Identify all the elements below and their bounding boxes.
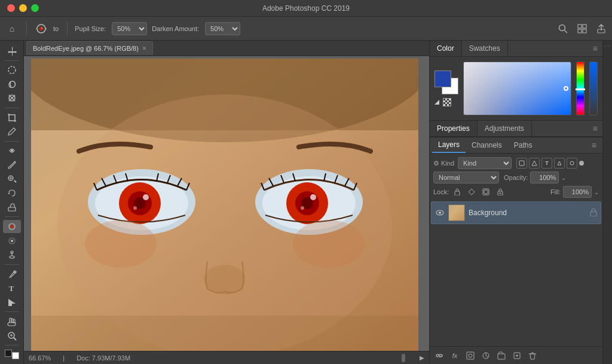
svg-rect-10 (583, 29, 586, 33)
opacity-slider[interactable] (589, 62, 598, 115)
path-select-tool[interactable] (3, 296, 21, 309)
darken-amount-label: Darken Amount: (152, 25, 199, 32)
color-picker[interactable] (463, 62, 571, 115)
adjustment-filter-icon[interactable] (529, 158, 540, 169)
move-tool[interactable] (3, 44, 21, 57)
svg-rect-73 (498, 354, 505, 359)
active-indicator (579, 161, 584, 166)
foreground-color-swatch[interactable] (434, 71, 451, 87)
svg-rect-9 (578, 29, 582, 33)
blur-tool[interactable] (3, 234, 21, 247)
tool-separator-1 (5, 60, 19, 61)
eyedropper-tool[interactable] (3, 125, 21, 138)
zoom-tool[interactable] (3, 329, 21, 342)
fx-icon[interactable]: fx (449, 350, 461, 362)
healing-tool[interactable] (3, 145, 21, 158)
color-tab[interactable]: Color (430, 41, 462, 56)
swatches-tab[interactable]: Swatches (462, 41, 508, 56)
svg-point-54 (301, 206, 304, 210)
layer-link-icon[interactable] (433, 350, 445, 362)
fg-color-tool[interactable] (4, 348, 20, 360)
new-group-icon[interactable] (495, 350, 507, 362)
delete-layer-icon[interactable] (527, 350, 538, 362)
layers-panel-options[interactable]: ≡ (588, 140, 600, 150)
hue-slider[interactable] (576, 62, 585, 115)
layers-controls: ⚙ Kind Kind Name Effect T (430, 154, 602, 200)
pixel-filter-icon[interactable] (516, 158, 527, 169)
quick-select-tool[interactable] (3, 91, 21, 105)
lasso-tool[interactable] (3, 78, 21, 91)
type-filter-icon[interactable]: T (541, 158, 552, 169)
properties-panel-options[interactable]: ≡ (588, 124, 602, 133)
visibility-toggle[interactable] (435, 208, 445, 218)
clone-tool[interactable] (3, 173, 21, 186)
brush-tool[interactable] (3, 158, 21, 172)
svg-point-60 (570, 161, 574, 165)
kind-select[interactable]: Kind Name Effect (458, 157, 512, 169)
tool-separator-7 (5, 345, 19, 345)
channels-tab[interactable]: Channels (466, 138, 508, 152)
maximize-button[interactable] (31, 4, 39, 12)
marquee-tool[interactable] (3, 63, 21, 77)
lock-artboard-icon[interactable] (480, 186, 492, 197)
svg-rect-68 (590, 212, 596, 216)
add-mask-icon[interactable] (464, 350, 476, 362)
minimize-button[interactable] (19, 4, 27, 12)
tab-close-button[interactable]: × (142, 44, 146, 53)
canvas-area: BoldRedEye.jpeg @ 66.7% (RGB/8) × (24, 41, 429, 364)
shape-filter-icon[interactable] (554, 158, 565, 169)
scroll-indicator[interactable] (402, 354, 405, 362)
eraser-tool[interactable] (3, 201, 21, 214)
type-tool[interactable]: T (3, 282, 21, 295)
crop-tool[interactable] (3, 111, 21, 124)
close-button[interactable] (7, 4, 15, 12)
panel-collapse-dots[interactable]: ⋮ (604, 43, 611, 50)
new-layer-icon[interactable] (511, 350, 523, 362)
home-icon[interactable]: ⌂ (5, 22, 19, 36)
hand-tool[interactable] (3, 315, 21, 328)
opacity-stepper[interactable]: ⌄ (561, 175, 566, 181)
arrange-icon[interactable] (576, 23, 588, 35)
smartobj-filter-icon[interactable] (567, 158, 577, 169)
darken-amount-select[interactable]: 50% 25% 75% 100% (205, 22, 240, 35)
fill-stepper[interactable]: ⌄ (594, 189, 599, 195)
blend-mode-select[interactable]: Normal Multiply Screen Overlay Soft Ligh… (433, 172, 499, 183)
adjustment-layer-icon[interactable] (480, 350, 492, 362)
redeye-tool-icon[interactable] (34, 22, 48, 36)
history-brush-tool[interactable] (3, 186, 21, 200)
lock-pixels-icon[interactable] (451, 186, 463, 197)
tab-bar: BoldRedEye.jpeg @ 66.7% (RGB/8) × (24, 41, 429, 56)
document-tab[interactable]: BoldRedEye.jpeg @ 66.7% (RGB/8) × (26, 41, 153, 55)
adjustments-tab[interactable]: Adjustments (478, 121, 532, 136)
redeye-tool-left[interactable] (3, 220, 21, 233)
svg-rect-8 (583, 25, 586, 28)
svg-line-34 (14, 338, 16, 340)
lock-all-icon[interactable] (494, 186, 506, 197)
pupil-size-label: Pupil Size: (75, 25, 106, 32)
layer-name: Background (469, 209, 586, 217)
toolbar: ⌂ to Pupil Size: 50% 25% 75% 100% Darken… (0, 17, 612, 41)
search-icon[interactable] (557, 23, 569, 35)
properties-tab[interactable]: Properties (430, 121, 478, 136)
svg-point-47 (133, 206, 137, 210)
paths-tab[interactable]: Paths (508, 138, 538, 152)
tool-separator-4 (5, 216, 19, 217)
scroll-arrow[interactable]: ▶ (420, 354, 424, 361)
fill-value[interactable]: 100% (563, 186, 592, 198)
svg-line-6 (565, 30, 568, 33)
pupil-size-select[interactable]: 50% 25% 75% 100% (112, 22, 147, 35)
dodge-tool[interactable] (3, 248, 21, 261)
main-layout: T (0, 41, 612, 364)
layers-tab[interactable]: Layers (432, 137, 466, 153)
layer-item-background[interactable]: Background (431, 201, 601, 224)
svg-point-25 (10, 256, 14, 258)
opacity-value[interactable]: 100% (530, 172, 559, 183)
color-panel-options[interactable]: ≡ (588, 44, 602, 53)
share-icon[interactable] (595, 23, 607, 35)
svg-point-16 (11, 149, 13, 152)
fill-label: Fill: (550, 188, 561, 195)
lock-position-icon[interactable] (466, 186, 478, 197)
layer-thumbnail (448, 204, 465, 221)
pen-tool[interactable] (3, 268, 21, 281)
canvas-container[interactable] (24, 56, 429, 351)
